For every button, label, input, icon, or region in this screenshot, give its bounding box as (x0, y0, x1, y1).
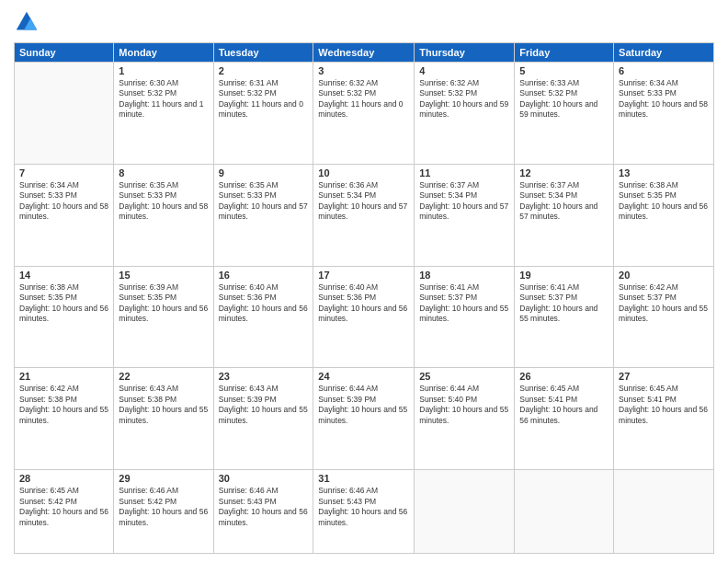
day-number: 17 (318, 270, 409, 281)
day-number: 31 (318, 473, 409, 484)
day-number: 16 (219, 270, 309, 281)
day-cell: 2 Sunrise: 6:31 AMSunset: 5:32 PMDayligh… (213, 63, 313, 165)
day-cell: 29 Sunrise: 6:46 AMSunset: 5:42 PMDaylig… (114, 470, 213, 554)
day-number: 4 (419, 65, 509, 76)
day-cell: 8 Sunrise: 6:35 AMSunset: 5:33 PMDayligh… (114, 164, 213, 266)
day-number: 12 (519, 167, 609, 178)
day-cell (15, 63, 114, 165)
day-info: Sunrise: 6:40 AMSunset: 5:36 PMDaylight:… (318, 282, 409, 325)
day-cell: 14 Sunrise: 6:38 AMSunset: 5:35 PMDaylig… (15, 266, 114, 368)
calendar-table: SundayMondayTuesdayWednesdayThursdayFrid… (14, 42, 714, 554)
day-info: Sunrise: 6:38 AMSunset: 5:35 PMDaylight:… (19, 282, 108, 325)
day-info: Sunrise: 6:39 AMSunset: 5:35 PMDaylight:… (119, 282, 208, 325)
day-info: Sunrise: 6:30 AMSunset: 5:32 PMDaylight:… (119, 78, 208, 121)
day-number: 14 (19, 270, 108, 281)
day-header-wednesday: Wednesday (313, 43, 415, 63)
day-number: 19 (519, 270, 609, 281)
day-cell: 24 Sunrise: 6:44 AMSunset: 5:39 PMDaylig… (313, 368, 415, 470)
day-number: 10 (318, 167, 409, 178)
day-number: 15 (119, 270, 208, 281)
day-info: Sunrise: 6:46 AMSunset: 5:42 PMDaylight:… (119, 486, 208, 528)
day-cell: 3 Sunrise: 6:32 AMSunset: 5:32 PMDayligh… (313, 63, 415, 165)
day-info: Sunrise: 6:31 AMSunset: 5:32 PMDaylight:… (219, 78, 309, 121)
day-cell: 12 Sunrise: 6:37 AMSunset: 5:34 PMDaylig… (515, 164, 614, 266)
day-info: Sunrise: 6:44 AMSunset: 5:39 PMDaylight:… (318, 384, 409, 426)
day-info: Sunrise: 6:45 AMSunset: 5:41 PMDaylight:… (519, 384, 609, 426)
day-cell (415, 470, 515, 554)
day-header-thursday: Thursday (415, 43, 515, 63)
day-cell: 9 Sunrise: 6:35 AMSunset: 5:33 PMDayligh… (213, 164, 313, 266)
day-cell: 23 Sunrise: 6:43 AMSunset: 5:39 PMDaylig… (213, 368, 313, 470)
day-info: Sunrise: 6:36 AMSunset: 5:34 PMDaylight:… (318, 180, 409, 223)
page: SundayMondayTuesdayWednesdayThursdayFrid… (0, 0, 728, 563)
day-cell: 27 Sunrise: 6:45 AMSunset: 5:41 PMDaylig… (614, 368, 714, 470)
day-number: 2 (219, 65, 309, 76)
day-info: Sunrise: 6:35 AMSunset: 5:33 PMDaylight:… (219, 180, 309, 223)
day-cell: 16 Sunrise: 6:40 AMSunset: 5:36 PMDaylig… (213, 266, 313, 368)
day-number: 26 (519, 371, 609, 382)
day-cell: 15 Sunrise: 6:39 AMSunset: 5:35 PMDaylig… (114, 266, 213, 368)
day-number: 20 (619, 270, 709, 281)
day-info: Sunrise: 6:43 AMSunset: 5:38 PMDaylight:… (119, 384, 208, 426)
day-header-monday: Monday (114, 43, 213, 63)
day-number: 6 (619, 65, 709, 76)
day-number: 22 (119, 371, 208, 382)
day-info: Sunrise: 6:46 AMSunset: 5:43 PMDaylight:… (318, 486, 409, 528)
day-header-friday: Friday (515, 43, 614, 63)
day-cell: 5 Sunrise: 6:33 AMSunset: 5:32 PMDayligh… (515, 63, 614, 165)
day-number: 3 (318, 65, 409, 76)
day-info: Sunrise: 6:34 AMSunset: 5:33 PMDaylight:… (19, 180, 108, 223)
day-info: Sunrise: 6:35 AMSunset: 5:33 PMDaylight:… (119, 180, 208, 223)
day-info: Sunrise: 6:38 AMSunset: 5:35 PMDaylight:… (619, 180, 709, 223)
day-number: 1 (119, 65, 208, 76)
day-info: Sunrise: 6:45 AMSunset: 5:42 PMDaylight:… (19, 486, 108, 528)
day-number: 7 (19, 167, 108, 178)
day-info: Sunrise: 6:45 AMSunset: 5:41 PMDaylight:… (619, 384, 709, 426)
logo-icon (14, 9, 40, 35)
day-info: Sunrise: 6:42 AMSunset: 5:37 PMDaylight:… (619, 282, 709, 325)
day-number: 30 (219, 473, 309, 484)
day-cell: 31 Sunrise: 6:46 AMSunset: 5:43 PMDaylig… (313, 470, 415, 554)
day-number: 29 (119, 473, 208, 484)
day-info: Sunrise: 6:46 AMSunset: 5:43 PMDaylight:… (219, 486, 309, 528)
day-number: 18 (419, 270, 509, 281)
day-number: 9 (219, 167, 309, 178)
day-cell: 13 Sunrise: 6:38 AMSunset: 5:35 PMDaylig… (614, 164, 714, 266)
day-number: 8 (119, 167, 208, 178)
day-number: 25 (419, 371, 509, 382)
day-number: 11 (419, 167, 509, 178)
day-cell (515, 470, 614, 554)
logo (14, 9, 43, 35)
day-cell: 26 Sunrise: 6:45 AMSunset: 5:41 PMDaylig… (515, 368, 614, 470)
day-header-tuesday: Tuesday (213, 43, 313, 63)
day-number: 28 (19, 473, 108, 484)
day-number: 24 (318, 371, 409, 382)
day-cell: 19 Sunrise: 6:41 AMSunset: 5:37 PMDaylig… (515, 266, 614, 368)
day-cell: 21 Sunrise: 6:42 AMSunset: 5:38 PMDaylig… (15, 368, 114, 470)
day-info: Sunrise: 6:34 AMSunset: 5:33 PMDaylight:… (619, 78, 709, 121)
day-cell: 30 Sunrise: 6:46 AMSunset: 5:43 PMDaylig… (213, 470, 313, 554)
day-cell: 1 Sunrise: 6:30 AMSunset: 5:32 PMDayligh… (114, 63, 213, 165)
day-header-sunday: Sunday (15, 43, 114, 63)
day-info: Sunrise: 6:43 AMSunset: 5:39 PMDaylight:… (219, 384, 309, 426)
day-cell: 4 Sunrise: 6:32 AMSunset: 5:32 PMDayligh… (415, 63, 515, 165)
day-cell (614, 470, 714, 554)
day-info: Sunrise: 6:33 AMSunset: 5:32 PMDaylight:… (519, 78, 609, 121)
day-cell: 18 Sunrise: 6:41 AMSunset: 5:37 PMDaylig… (415, 266, 515, 368)
day-info: Sunrise: 6:37 AMSunset: 5:34 PMDaylight:… (519, 180, 609, 223)
day-cell: 22 Sunrise: 6:43 AMSunset: 5:38 PMDaylig… (114, 368, 213, 470)
day-info: Sunrise: 6:32 AMSunset: 5:32 PMDaylight:… (419, 78, 509, 121)
day-cell: 10 Sunrise: 6:36 AMSunset: 5:34 PMDaylig… (313, 164, 415, 266)
week-row-1: 1 Sunrise: 6:30 AMSunset: 5:32 PMDayligh… (15, 63, 714, 165)
day-cell: 11 Sunrise: 6:37 AMSunset: 5:34 PMDaylig… (415, 164, 515, 266)
day-info: Sunrise: 6:42 AMSunset: 5:38 PMDaylight:… (19, 384, 108, 426)
day-cell: 17 Sunrise: 6:40 AMSunset: 5:36 PMDaylig… (313, 266, 415, 368)
day-cell: 20 Sunrise: 6:42 AMSunset: 5:37 PMDaylig… (614, 266, 714, 368)
day-cell: 7 Sunrise: 6:34 AMSunset: 5:33 PMDayligh… (15, 164, 114, 266)
day-number: 13 (619, 167, 709, 178)
day-cell: 6 Sunrise: 6:34 AMSunset: 5:33 PMDayligh… (614, 63, 714, 165)
week-row-2: 7 Sunrise: 6:34 AMSunset: 5:33 PMDayligh… (15, 164, 714, 266)
day-info: Sunrise: 6:44 AMSunset: 5:40 PMDaylight:… (419, 384, 509, 426)
day-info: Sunrise: 6:41 AMSunset: 5:37 PMDaylight:… (419, 282, 509, 325)
day-cell: 28 Sunrise: 6:45 AMSunset: 5:42 PMDaylig… (15, 470, 114, 554)
